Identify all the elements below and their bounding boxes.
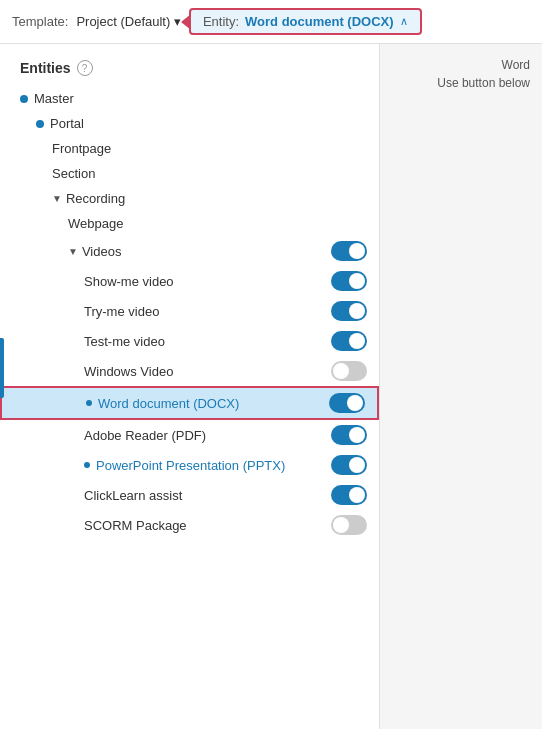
item-label-recording: Recording — [66, 191, 379, 206]
tree-item-scorm_package[interactable]: SCORM Package — [0, 510, 379, 540]
item-label-section: Section — [52, 166, 379, 181]
tree-container: MasterPortalFrontpageSection▼RecordingWe… — [0, 86, 379, 540]
item-label-master: Master — [34, 91, 379, 106]
item-label-frontpage: Frontpage — [52, 141, 379, 156]
item-label-portal: Portal — [50, 116, 379, 131]
toggle-track — [331, 271, 367, 291]
entities-header: Entities ? — [0, 56, 379, 86]
item-label-clicklearn_assist: ClickLearn assist — [84, 488, 331, 503]
entity-pill[interactable]: Entity: Word document (DOCX) ∧ — [189, 8, 422, 35]
item-label-pptx: PowerPoint Presentation (PPTX) — [96, 458, 331, 473]
item-dot — [86, 400, 92, 406]
tree-item-test_me_video[interactable]: Test-me video — [0, 326, 379, 356]
item-label-show_me_video: Show-me video — [84, 274, 331, 289]
toggle-track — [329, 393, 365, 413]
tree-item-videos[interactable]: ▼Videos — [0, 236, 379, 266]
toggle-word_docx[interactable] — [329, 393, 365, 413]
tree-item-master[interactable]: Master — [0, 86, 379, 111]
tree-item-pptx[interactable]: PowerPoint Presentation (PPTX) — [0, 450, 379, 480]
left-accent-bar — [0, 338, 4, 398]
toggle-try_me_video[interactable] — [331, 301, 367, 321]
toggle-thumb — [349, 487, 365, 503]
toggle-thumb — [349, 333, 365, 349]
expand-arrow-icon: ▼ — [52, 193, 62, 204]
tree-item-webpage[interactable]: Webpage — [0, 211, 379, 236]
tree-item-adobe_pdf[interactable]: Adobe Reader (PDF) — [0, 420, 379, 450]
item-label-webpage: Webpage — [68, 216, 379, 231]
toggle-track — [331, 241, 367, 261]
entity-chevron-icon: ∧ — [400, 15, 408, 28]
tree-item-windows_video[interactable]: Windows Video — [0, 356, 379, 386]
toggle-show_me_video[interactable] — [331, 271, 367, 291]
toggle-videos[interactable] — [331, 241, 367, 261]
expand-arrow-icon: ▼ — [68, 246, 78, 257]
toggle-pptx[interactable] — [331, 455, 367, 475]
toggle-thumb — [347, 395, 363, 411]
left-panel: Entities ? MasterPortalFrontpageSection▼… — [0, 44, 380, 729]
toggle-track — [331, 331, 367, 351]
item-dot — [36, 120, 44, 128]
right-line2: Use button below — [437, 74, 530, 92]
toggle-track — [331, 455, 367, 475]
tree-item-section[interactable]: Section — [0, 161, 379, 186]
toggle-clicklearn_assist[interactable] — [331, 485, 367, 505]
item-label-windows_video: Windows Video — [84, 364, 331, 379]
toggle-track — [331, 515, 367, 535]
toggle-track — [331, 485, 367, 505]
right-line1: Word — [437, 56, 530, 74]
tree-item-recording[interactable]: ▼Recording — [0, 186, 379, 211]
toggle-thumb — [349, 303, 365, 319]
item-label-test_me_video: Test-me video — [84, 334, 331, 349]
toggle-thumb — [349, 457, 365, 473]
toggle-thumb — [333, 363, 349, 379]
toggle-windows_video[interactable] — [331, 361, 367, 381]
right-panel-text: Word Use button below — [437, 56, 530, 92]
toggle-track — [331, 361, 367, 381]
right-panel: Word Use button below — [380, 44, 542, 729]
top-bar: Template: Project (Default) ▾ Entity: Wo… — [0, 0, 542, 44]
toggle-track — [331, 301, 367, 321]
tree-item-frontpage[interactable]: Frontpage — [0, 136, 379, 161]
item-label-videos: Videos — [82, 244, 331, 259]
entity-label: Entity: — [203, 14, 239, 29]
template-label: Template: — [12, 14, 68, 29]
entities-title: Entities — [20, 60, 71, 76]
tree-item-portal[interactable]: Portal — [0, 111, 379, 136]
tree-item-clicklearn_assist[interactable]: ClickLearn assist — [0, 480, 379, 510]
toggle-test_me_video[interactable] — [331, 331, 367, 351]
tree-item-word_docx[interactable]: Word document (DOCX) — [0, 386, 379, 420]
entity-value: Word document (DOCX) — [245, 14, 394, 29]
item-dot — [84, 462, 90, 468]
item-label-scorm_package: SCORM Package — [84, 518, 331, 533]
help-icon[interactable]: ? — [77, 60, 93, 76]
toggle-thumb — [349, 427, 365, 443]
tree-item-show_me_video[interactable]: Show-me video — [0, 266, 379, 296]
toggle-adobe_pdf[interactable] — [331, 425, 367, 445]
item-label-adobe_pdf: Adobe Reader (PDF) — [84, 428, 331, 443]
item-dot — [20, 95, 28, 103]
toggle-track — [331, 425, 367, 445]
item-label-word_docx: Word document (DOCX) — [98, 396, 329, 411]
toggle-scorm_package[interactable] — [331, 515, 367, 535]
toggle-thumb — [349, 243, 365, 259]
item-label-try_me_video: Try-me video — [84, 304, 331, 319]
tree-item-try_me_video[interactable]: Try-me video — [0, 296, 379, 326]
toggle-thumb — [349, 273, 365, 289]
main-content: Entities ? MasterPortalFrontpageSection▼… — [0, 44, 542, 729]
template-dropdown[interactable]: Project (Default) ▾ — [76, 14, 181, 29]
toggle-thumb — [333, 517, 349, 533]
